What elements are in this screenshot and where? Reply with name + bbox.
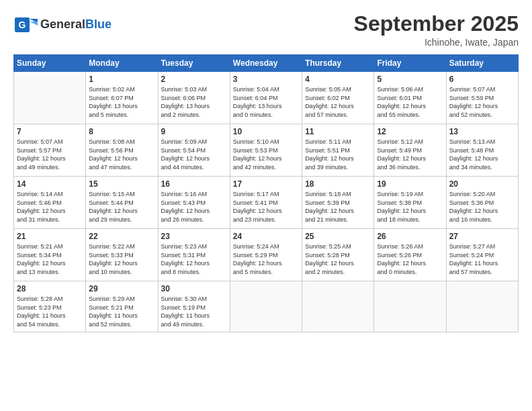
day-info: Sunrise: 5:25 AM Sunset: 5:28 PM Dayligh… bbox=[305, 242, 371, 276]
day-number: 8 bbox=[89, 127, 154, 136]
weekday-header-thursday: Thursday bbox=[302, 55, 374, 72]
day-info: Sunrise: 5:15 AM Sunset: 5:44 PM Dayligh… bbox=[89, 190, 154, 224]
day-number: 5 bbox=[377, 75, 443, 84]
day-info: Sunrise: 5:26 AM Sunset: 5:26 PM Dayligh… bbox=[377, 242, 443, 276]
day-number: 17 bbox=[233, 179, 299, 189]
day-info: Sunrise: 5:02 AM Sunset: 6:07 PM Dayligh… bbox=[89, 85, 154, 119]
day-number: 12 bbox=[377, 127, 443, 136]
calendar-cell: 17Sunrise: 5:17 AM Sunset: 5:41 PM Dayli… bbox=[230, 177, 302, 229]
week-row-2: 7Sunrise: 5:07 AM Sunset: 5:57 PM Daylig… bbox=[14, 124, 519, 177]
week-row-3: 14Sunrise: 5:14 AM Sunset: 5:46 PM Dayli… bbox=[14, 177, 519, 229]
week-row-4: 21Sunrise: 5:21 AM Sunset: 5:34 PM Dayli… bbox=[14, 229, 519, 281]
day-number: 22 bbox=[89, 232, 154, 241]
day-info: Sunrise: 5:30 AM Sunset: 5:19 PM Dayligh… bbox=[161, 295, 227, 328]
calendar-cell: 19Sunrise: 5:19 AM Sunset: 5:38 PM Dayli… bbox=[374, 177, 446, 229]
calendar-cell: 7Sunrise: 5:07 AM Sunset: 5:57 PM Daylig… bbox=[14, 124, 86, 177]
calendar-cell bbox=[230, 281, 302, 332]
svg-marker-3 bbox=[30, 21, 38, 26]
calendar-cell: 24Sunrise: 5:24 AM Sunset: 5:29 PM Dayli… bbox=[230, 229, 302, 281]
day-number: 11 bbox=[305, 127, 371, 136]
logo: G GeneralBlue bbox=[13, 12, 112, 38]
calendar-cell: 4Sunrise: 5:05 AM Sunset: 6:02 PM Daylig… bbox=[302, 72, 374, 124]
calendar-cell: 8Sunrise: 5:08 AM Sunset: 5:56 PM Daylig… bbox=[86, 124, 158, 177]
title-block: September 2025 Ichinohe, Iwate, Japan bbox=[354, 12, 519, 48]
calendar-cell: 25Sunrise: 5:25 AM Sunset: 5:28 PM Dayli… bbox=[302, 229, 374, 281]
calendar-cell: 9Sunrise: 5:09 AM Sunset: 5:54 PM Daylig… bbox=[158, 124, 230, 177]
calendar-cell: 30Sunrise: 5:30 AM Sunset: 5:19 PM Dayli… bbox=[158, 281, 230, 332]
day-info: Sunrise: 5:19 AM Sunset: 5:38 PM Dayligh… bbox=[377, 190, 443, 224]
day-number: 28 bbox=[17, 284, 83, 293]
day-info: Sunrise: 5:16 AM Sunset: 5:43 PM Dayligh… bbox=[161, 190, 227, 224]
day-info: Sunrise: 5:08 AM Sunset: 5:56 PM Dayligh… bbox=[89, 138, 154, 171]
calendar-cell: 6Sunrise: 5:07 AM Sunset: 5:59 PM Daylig… bbox=[446, 72, 518, 124]
weekday-header-saturday: Saturday bbox=[446, 55, 518, 72]
page: G GeneralBlue September 2025 Ichinohe, I… bbox=[0, 0, 532, 411]
day-number: 2 bbox=[161, 75, 227, 84]
calendar-cell: 10Sunrise: 5:10 AM Sunset: 5:53 PM Dayli… bbox=[230, 124, 302, 177]
calendar-cell: 5Sunrise: 5:06 AM Sunset: 6:01 PM Daylig… bbox=[374, 72, 446, 124]
day-number: 1 bbox=[89, 75, 154, 84]
day-info: Sunrise: 5:18 AM Sunset: 5:39 PM Dayligh… bbox=[305, 190, 371, 224]
day-number: 7 bbox=[17, 127, 83, 136]
calendar-cell: 1Sunrise: 5:02 AM Sunset: 6:07 PM Daylig… bbox=[86, 72, 158, 124]
weekday-header-sunday: Sunday bbox=[14, 55, 86, 72]
month-title: September 2025 bbox=[354, 12, 519, 36]
calendar-cell: 22Sunrise: 5:22 AM Sunset: 5:33 PM Dayli… bbox=[86, 229, 158, 281]
calendar-cell bbox=[14, 72, 86, 124]
logo-blue: Blue bbox=[85, 17, 112, 31]
day-number: 23 bbox=[161, 232, 227, 241]
calendar-cell: 29Sunrise: 5:29 AM Sunset: 5:21 PM Dayli… bbox=[86, 281, 158, 332]
weekday-header-tuesday: Tuesday bbox=[158, 55, 230, 72]
day-info: Sunrise: 5:12 AM Sunset: 5:49 PM Dayligh… bbox=[377, 138, 443, 171]
calendar-cell: 14Sunrise: 5:14 AM Sunset: 5:46 PM Dayli… bbox=[14, 177, 86, 229]
header: G GeneralBlue September 2025 Ichinohe, I… bbox=[13, 12, 519, 48]
day-number: 3 bbox=[233, 75, 299, 84]
calendar-cell: 15Sunrise: 5:15 AM Sunset: 5:44 PM Dayli… bbox=[86, 177, 158, 229]
day-number: 30 bbox=[161, 284, 227, 293]
calendar-cell: 26Sunrise: 5:26 AM Sunset: 5:26 PM Dayli… bbox=[374, 229, 446, 281]
week-row-5: 28Sunrise: 5:28 AM Sunset: 5:23 PM Dayli… bbox=[14, 281, 519, 332]
calendar-table: SundayMondayTuesdayWednesdayThursdayFrid… bbox=[13, 54, 519, 332]
calendar-cell: 23Sunrise: 5:23 AM Sunset: 5:31 PM Dayli… bbox=[158, 229, 230, 281]
calendar-cell: 2Sunrise: 5:03 AM Sunset: 6:06 PM Daylig… bbox=[158, 72, 230, 124]
calendar-cell: 13Sunrise: 5:13 AM Sunset: 5:48 PM Dayli… bbox=[446, 124, 518, 177]
calendar-cell: 27Sunrise: 5:27 AM Sunset: 5:24 PM Dayli… bbox=[446, 229, 518, 281]
day-info: Sunrise: 5:11 AM Sunset: 5:51 PM Dayligh… bbox=[305, 138, 371, 171]
day-info: Sunrise: 5:10 AM Sunset: 5:53 PM Dayligh… bbox=[233, 138, 299, 171]
day-number: 14 bbox=[17, 179, 83, 189]
calendar-cell bbox=[302, 281, 374, 332]
day-number: 16 bbox=[161, 179, 227, 189]
day-info: Sunrise: 5:07 AM Sunset: 5:57 PM Dayligh… bbox=[17, 138, 83, 171]
day-number: 9 bbox=[161, 127, 227, 136]
day-number: 19 bbox=[377, 179, 443, 189]
logo-icon: G bbox=[13, 12, 39, 38]
day-info: Sunrise: 5:14 AM Sunset: 5:46 PM Dayligh… bbox=[17, 190, 83, 224]
svg-text:G: G bbox=[19, 19, 26, 30]
day-number: 18 bbox=[305, 179, 371, 189]
day-info: Sunrise: 5:28 AM Sunset: 5:23 PM Dayligh… bbox=[17, 295, 83, 328]
day-info: Sunrise: 5:05 AM Sunset: 6:02 PM Dayligh… bbox=[305, 85, 371, 119]
day-number: 25 bbox=[305, 232, 371, 241]
day-info: Sunrise: 5:03 AM Sunset: 6:06 PM Dayligh… bbox=[161, 85, 227, 119]
day-info: Sunrise: 5:20 AM Sunset: 5:36 PM Dayligh… bbox=[449, 190, 515, 224]
day-number: 20 bbox=[449, 179, 515, 189]
location: Ichinohe, Iwate, Japan bbox=[354, 37, 519, 48]
day-number: 29 bbox=[89, 284, 154, 293]
calendar-cell: 20Sunrise: 5:20 AM Sunset: 5:36 PM Dayli… bbox=[446, 177, 518, 229]
day-info: Sunrise: 5:04 AM Sunset: 6:04 PM Dayligh… bbox=[233, 85, 299, 119]
day-number: 27 bbox=[449, 232, 515, 241]
weekday-header-wednesday: Wednesday bbox=[230, 55, 302, 72]
weekday-header-monday: Monday bbox=[86, 55, 158, 72]
day-info: Sunrise: 5:27 AM Sunset: 5:24 PM Dayligh… bbox=[449, 242, 515, 276]
day-number: 15 bbox=[89, 179, 154, 189]
day-info: Sunrise: 5:29 AM Sunset: 5:21 PM Dayligh… bbox=[89, 295, 154, 328]
day-info: Sunrise: 5:17 AM Sunset: 5:41 PM Dayligh… bbox=[233, 190, 299, 224]
calendar-cell: 18Sunrise: 5:18 AM Sunset: 5:39 PM Dayli… bbox=[302, 177, 374, 229]
day-info: Sunrise: 5:13 AM Sunset: 5:48 PM Dayligh… bbox=[449, 138, 515, 171]
calendar-cell: 16Sunrise: 5:16 AM Sunset: 5:43 PM Dayli… bbox=[158, 177, 230, 229]
week-row-1: 1Sunrise: 5:02 AM Sunset: 6:07 PM Daylig… bbox=[14, 72, 519, 124]
day-number: 21 bbox=[17, 232, 83, 241]
day-info: Sunrise: 5:23 AM Sunset: 5:31 PM Dayligh… bbox=[161, 242, 227, 276]
day-info: Sunrise: 5:22 AM Sunset: 5:33 PM Dayligh… bbox=[89, 242, 154, 276]
day-number: 10 bbox=[233, 127, 299, 136]
